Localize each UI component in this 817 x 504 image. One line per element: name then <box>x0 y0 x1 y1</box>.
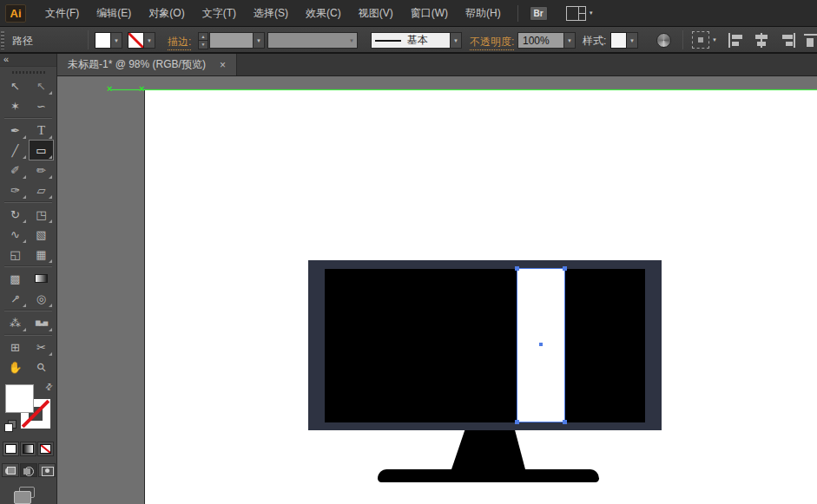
workspace-switcher[interactable]: ▼ <box>566 6 594 21</box>
stroke-style-dropdown-button[interactable]: ▼ <box>451 32 462 49</box>
align-right-button[interactable] <box>780 33 796 48</box>
tool-mesh[interactable]: ▩ <box>3 269 27 288</box>
align-top-button[interactable] <box>804 33 817 48</box>
stroke-line-sample-icon <box>375 40 401 42</box>
swap-fill-stroke-icon[interactable]: ⇄ <box>43 381 55 393</box>
panel-grip[interactable] <box>12 71 45 74</box>
chevron-down-icon: ▼ <box>349 38 354 43</box>
opacity-combo[interactable]: 100% <box>517 32 564 49</box>
tool-rotate[interactable]: ↻ <box>3 205 27 224</box>
stroke-panel-link[interactable]: 描边: <box>168 35 191 50</box>
guide-line[interactable] <box>111 89 817 90</box>
menu-object[interactable]: 对象(O) <box>140 0 193 27</box>
tool-width[interactable]: ∿ <box>3 225 27 244</box>
chevron-down-icon: ▼ <box>567 38 572 43</box>
tool-gradient[interactable] <box>30 269 53 288</box>
color-button[interactable] <box>3 442 19 456</box>
menu-help[interactable]: 帮助(H) <box>457 0 510 27</box>
align-left-button[interactable] <box>728 33 744 48</box>
panel-collapse-button[interactable]: « <box>0 54 56 67</box>
menu-file[interactable]: 文件(F) <box>36 0 88 27</box>
tool-blob-brush[interactable]: ✑ <box>3 180 27 200</box>
tool-zoom[interactable]: ⚲ <box>30 357 53 376</box>
line-segment-tool-icon: ╱ <box>12 144 19 157</box>
stepper-up-icon[interactable]: ▲ <box>198 32 208 41</box>
menu-bar: Ai 文件(F) 编辑(E) 对象(O) 文字(T) 选择(S) 效果(C) 视… <box>0 0 817 27</box>
fill-dropdown-button[interactable]: ▼ <box>111 32 122 49</box>
stroke-color-picker[interactable]: ▼ <box>128 32 155 49</box>
stroke-weight-dropdown-button[interactable]: ▼ <box>254 32 265 49</box>
none-button[interactable] <box>37 442 54 456</box>
tool-pencil[interactable]: ✏ <box>30 160 53 180</box>
document-tab[interactable]: 未标题-1* @ 98% (RGB/预览) × <box>57 54 237 75</box>
selection-center-point[interactable] <box>539 343 543 346</box>
stroke-style-combo[interactable]: 基本 <box>371 32 451 49</box>
tool-shape-builder[interactable]: ◱ <box>3 245 27 264</box>
tool-blend[interactable]: ◎ <box>30 289 53 308</box>
fill-stroke-indicator: ⇄ <box>0 381 56 435</box>
tool-type[interactable]: T <box>30 121 53 140</box>
monitor-screen-shape[interactable] <box>325 269 645 422</box>
monitor-frame-shape[interactable] <box>308 260 662 430</box>
style-swatch[interactable] <box>610 32 627 49</box>
stroke-none-swatch[interactable] <box>128 32 144 49</box>
gradient-button[interactable] <box>20 442 36 456</box>
opacity-panel-link[interactable]: 不透明度: <box>470 35 514 50</box>
tool-pen[interactable]: ✒ <box>3 121 27 140</box>
tool-column-graph[interactable]: ▆▃▅ <box>30 313 53 332</box>
tab-close-icon[interactable]: × <box>220 59 226 71</box>
selection-handle[interactable] <box>515 420 519 424</box>
style-dropdown-button[interactable]: ▼ <box>627 32 638 49</box>
opacity-dropdown-button[interactable]: ▼ <box>564 32 576 49</box>
eyedropper-tool-icon: ⊸ <box>7 291 23 306</box>
selection-handle[interactable] <box>563 266 567 271</box>
selected-rectangle-shape[interactable] <box>517 268 565 422</box>
tool-perspective-grid[interactable]: ▦ <box>30 245 53 264</box>
tool-paintbrush[interactable]: ✐ <box>3 160 27 180</box>
stepper-down-icon[interactable]: ▼ <box>198 41 208 49</box>
fill-swatch[interactable] <box>95 32 111 49</box>
tool-free-transform[interactable]: ▧ <box>30 225 53 244</box>
tool-line-segment[interactable]: ╱ <box>3 141 27 160</box>
selection-handle[interactable] <box>515 266 519 271</box>
tool-lasso[interactable]: ∽ <box>30 96 53 115</box>
menu-select[interactable]: 选择(S) <box>245 0 297 27</box>
tool-eraser[interactable]: ▱ <box>30 180 53 200</box>
selection-handle[interactable] <box>563 420 567 424</box>
tool-scale[interactable]: ◳ <box>30 205 53 224</box>
brush-definition-combo[interactable]: ▼ <box>267 32 358 49</box>
fill-indicator-swatch[interactable] <box>5 384 34 413</box>
default-fill-stroke-icon[interactable] <box>4 420 16 432</box>
draw-inside-mode-button[interactable] <box>38 463 56 477</box>
tool-selection[interactable]: ↖ <box>3 76 27 95</box>
menu-view[interactable]: 视图(V) <box>350 0 402 27</box>
stroke-dropdown-button[interactable]: ▼ <box>144 32 155 49</box>
stroke-weight-stepper[interactable]: ▲ ▼ <box>198 32 208 49</box>
menu-window[interactable]: 窗口(W) <box>402 0 457 27</box>
tool-artboard[interactable]: ⊞ <box>3 337 27 357</box>
menu-edit[interactable]: 编辑(E) <box>88 0 140 27</box>
tool-slice[interactable]: ✂ <box>30 337 53 357</box>
mesh-tool-icon: ▩ <box>10 272 20 285</box>
draw-behind-mode-button[interactable] <box>20 463 37 477</box>
align-center-button[interactable] <box>754 33 770 48</box>
fill-color-picker[interactable]: ▼ <box>95 32 122 49</box>
draw-normal-mode-button[interactable] <box>2 463 19 477</box>
menu-effect[interactable]: 效果(C) <box>297 0 350 27</box>
tool-direct-selection[interactable]: ↖ <box>30 76 53 95</box>
graphic-style-picker[interactable]: ▼ <box>610 32 638 49</box>
tool-rectangle[interactable]: ▭ <box>30 141 53 160</box>
monitor-base-shape[interactable] <box>378 469 599 482</box>
recolor-artwork-icon[interactable] <box>656 33 671 48</box>
stroke-weight-combo[interactable] <box>209 32 254 49</box>
tool-hand[interactable]: ✋ <box>3 357 27 376</box>
tool-symbol-sprayer[interactable]: ⁂ <box>3 313 27 332</box>
menu-type[interactable]: 文字(T) <box>194 0 245 27</box>
tool-eyedropper[interactable]: ⊸ <box>3 289 27 308</box>
change-screen-mode-icon[interactable] <box>19 487 35 498</box>
transform-widget-icon[interactable] <box>692 31 709 49</box>
tool-magic-wand[interactable]: ✶ <box>3 96 27 115</box>
canvas[interactable]: × × <box>57 76 817 504</box>
panel-grip[interactable] <box>1 31 4 49</box>
bridge-button[interactable]: Br <box>530 6 548 21</box>
